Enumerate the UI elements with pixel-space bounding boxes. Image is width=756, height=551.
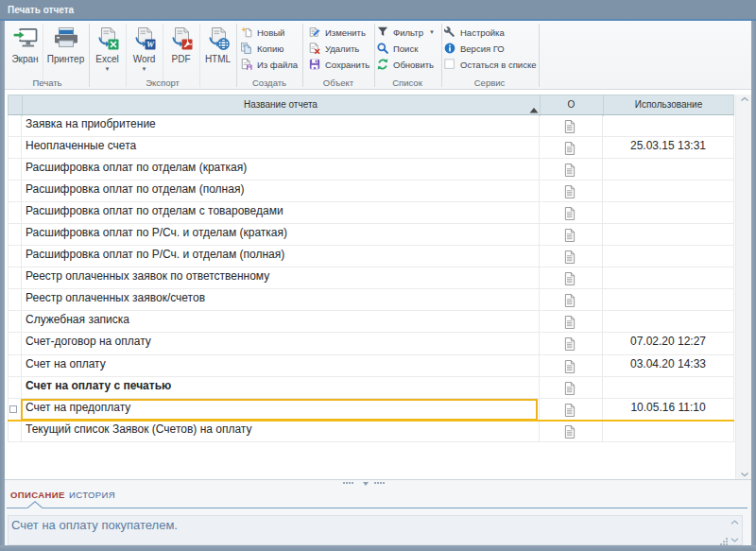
svg-text:W: W <box>146 40 154 49</box>
